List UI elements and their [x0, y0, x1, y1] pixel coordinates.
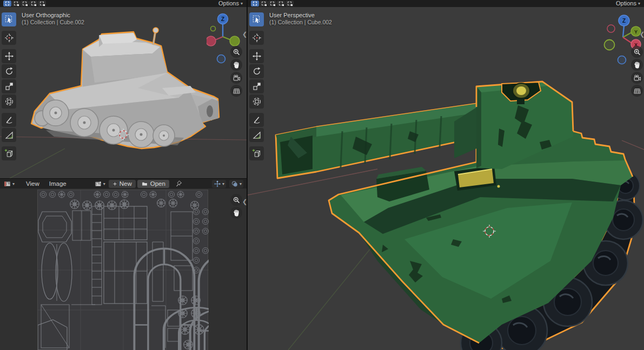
projection-toggle-button[interactable] [631, 85, 643, 97]
uv-image-editor: ▾ View Image ▾ New Open ▾ [0, 178, 247, 350]
viewport-left-orthographic: Options ▾ [0, 0, 247, 178]
select-mode-intersect-icon[interactable] [286, 1, 294, 6]
editor-type-dropdown[interactable]: ▾ [0, 180, 17, 187]
sidebar-toggle-arrow[interactable]: ❮ [242, 31, 247, 38]
tool-transform[interactable] [249, 95, 264, 109]
scene-green-tank [248, 7, 644, 350]
image-datablock-icon [94, 180, 102, 187]
options-label: Options [218, 1, 239, 6]
tool-add-cube[interactable] [2, 146, 16, 160]
view-controls-right [631, 46, 643, 97]
options-dropdown[interactable]: Options ▾ [614, 1, 642, 6]
chevron-down-icon: ▾ [222, 181, 224, 186]
options-dropdown[interactable]: Options ▾ [217, 1, 244, 6]
camera-view-button[interactable] [631, 72, 643, 84]
tool-measure[interactable] [249, 128, 264, 142]
pin-icon[interactable] [175, 180, 183, 187]
tool-cursor[interactable] [2, 31, 16, 45]
tool-settings-header-right: Options ▾ [248, 0, 644, 7]
select-mode-invert-icon[interactable] [29, 1, 37, 6]
pan-hand-button[interactable] [631, 59, 643, 71]
tool-rotate[interactable] [2, 64, 16, 78]
uv-header-right-controls: ▾ ▾ [212, 180, 247, 188]
uv-canvas[interactable]: ❮ [0, 189, 247, 350]
tool-measure[interactable] [2, 128, 16, 142]
select-mode-extend-icon[interactable] [12, 1, 20, 6]
select-mode-group [3, 1, 46, 6]
uv-editor-header: ▾ View Image ▾ New Open ▾ [0, 178, 247, 189]
tool-annotate[interactable] [2, 113, 16, 127]
tool-select-box[interactable] [249, 12, 264, 26]
select-mode-set-icon[interactable] [251, 1, 259, 6]
gizmo-z-label: Z [221, 16, 224, 22]
view-controls-left [230, 46, 242, 97]
open-image-button[interactable]: Open [137, 180, 169, 188]
tool-add-cube[interactable] [249, 146, 264, 160]
toolbar-right [249, 12, 264, 161]
plus-icon [112, 181, 117, 186]
uv-image-region [37, 190, 208, 350]
gizmos-icon [214, 180, 221, 187]
select-mode-subtract-icon[interactable] [268, 1, 276, 6]
gizmos-dropdown[interactable]: ▾ [212, 180, 226, 188]
menu-image[interactable]: Image [44, 180, 71, 187]
select-mode-group [251, 1, 294, 6]
blender-window: Options ▾ [0, 0, 644, 350]
menu-view[interactable]: View [21, 180, 44, 187]
sidebar-toggle-arrow[interactable]: ❮ [640, 31, 644, 38]
overlays-dropdown[interactable]: ▾ [229, 180, 243, 188]
viewport-right-perspective: Options ▾ [248, 0, 644, 350]
folder-icon [141, 181, 148, 187]
open-image-label: Open [150, 180, 165, 187]
image-editor-icon [3, 180, 11, 187]
pan-hand-button[interactable] [230, 207, 242, 219]
viewport-canvas-right[interactable]: User Perspective (1) Collection | Cube.0… [248, 7, 644, 350]
tool-annotate[interactable] [249, 113, 264, 127]
projection-toggle-button[interactable] [230, 85, 242, 97]
select-mode-subtract-icon[interactable] [21, 1, 29, 6]
zoom-button[interactable] [230, 46, 242, 58]
tool-scale[interactable] [249, 79, 264, 93]
overlays-icon [231, 180, 238, 187]
new-image-label: New [119, 180, 132, 187]
new-image-button[interactable]: New [109, 180, 136, 188]
tool-scale[interactable] [2, 79, 16, 93]
uv-wireframe [38, 190, 209, 350]
tool-move[interactable] [2, 49, 16, 63]
chevron-down-icon: ▾ [241, 1, 243, 6]
select-mode-set-icon[interactable] [3, 1, 11, 6]
tool-cursor[interactable] [249, 31, 264, 45]
tool-move[interactable] [249, 49, 264, 63]
tool-transform[interactable] [2, 95, 16, 109]
pan-hand-button[interactable] [230, 59, 242, 71]
view-controls-uv [230, 194, 242, 219]
viewport-canvas-left[interactable]: User Orthographic (1) Collection | Cube.… [0, 7, 247, 178]
zoom-button[interactable] [631, 46, 643, 58]
options-label: Options [616, 1, 636, 6]
tool-select-box[interactable] [2, 12, 16, 26]
chevron-down-icon: ▾ [638, 1, 640, 6]
chevron-down-icon: ▾ [240, 181, 242, 186]
camera-view-button[interactable] [230, 72, 242, 84]
chevron-down-icon: ▾ [12, 181, 15, 186]
tool-rotate[interactable] [249, 64, 264, 78]
zoom-button[interactable] [230, 194, 242, 206]
tool-settings-header-left: Options ▾ [0, 0, 247, 7]
pane-divider[interactable] [247, 0, 248, 350]
select-mode-intersect-icon[interactable] [38, 1, 46, 6]
select-mode-invert-icon[interactable] [277, 1, 285, 6]
sidebar-toggle-arrow[interactable]: ❮ [242, 198, 247, 205]
toolbar-left [2, 12, 16, 161]
gizmo-z-label: Z [622, 18, 626, 24]
select-mode-extend-icon[interactable] [260, 1, 268, 6]
image-datablock-dropdown[interactable]: ▾ [94, 180, 105, 187]
gizmo-y-label: Y [634, 29, 638, 35]
chevron-down-icon: ▾ [103, 181, 105, 186]
